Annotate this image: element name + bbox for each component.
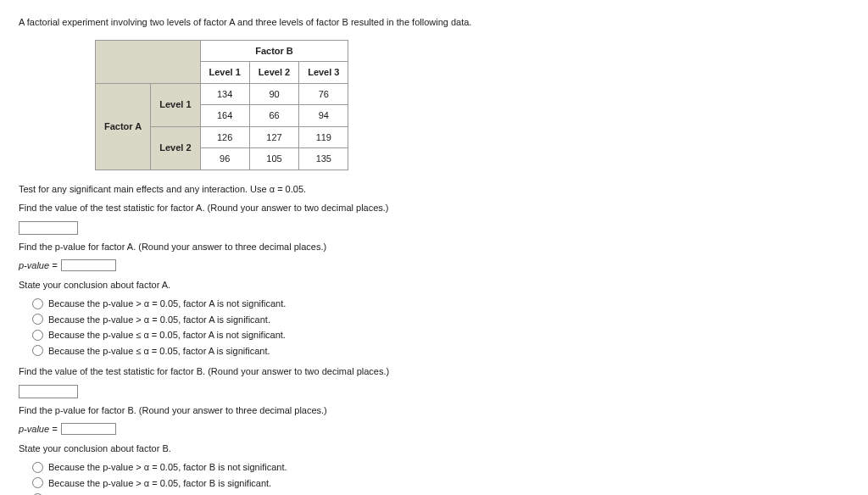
conc-a-radio-3[interactable] [32,330,43,341]
factor-a-header: Factor A [96,83,151,170]
conclusion-a-title: State your conclusion about factor A. [19,278,849,292]
conc-b-opt-3: Because the p-value ≤ α = 0.05, factor B… [48,492,287,495]
cell: 119 [299,126,348,148]
pvalue-b-label: p-value = [19,422,58,437]
cell: 76 [299,83,348,105]
cell: 135 [299,148,348,170]
row-head-1: Level 1 [151,83,200,126]
cell: 90 [249,83,298,105]
col-head-3: Level 3 [299,62,348,84]
conc-b-opt-1: Because the p-value > α = 0.05, factor B… [48,460,287,475]
cell: 164 [200,105,249,127]
intro-text: A factorial experiment involving two lev… [19,15,849,30]
cell: 96 [200,148,249,170]
conc-a-opt-3: Because the p-value ≤ α = 0.05, factor A… [48,328,286,342]
question-teststat-a: Find the value of the test statistic for… [19,201,849,215]
cell: 94 [299,105,348,127]
conc-a-radio-4[interactable] [32,345,43,356]
row-head-2: Level 2 [151,126,200,170]
conclusion-b-options: Because the p-value > α = 0.05, factor B… [32,460,849,495]
pvalue-a-input[interactable] [61,259,116,271]
teststat-b-input[interactable] [19,385,78,398]
conclusion-b-title: State your conclusion about factor B. [19,442,849,456]
cell: 126 [200,126,249,148]
pvalue-b-input[interactable] [61,423,116,435]
pvalue-a-label: p-value = [19,259,58,273]
cell: 134 [200,83,249,105]
question-pvalue-a: Find the p-value for factor A. (Round yo… [19,240,849,254]
conc-b-opt-2: Because the p-value > α = 0.05, factor B… [48,476,271,491]
conclusion-a-options: Because the p-value > α = 0.05, factor A… [32,297,849,358]
conc-a-radio-2[interactable] [32,314,43,325]
conc-a-radio-1[interactable] [32,298,43,309]
conc-a-opt-1: Because the p-value > α = 0.05, factor A… [48,297,286,311]
factor-b-header: Factor B [200,40,348,62]
conc-a-opt-4: Because the p-value ≤ α = 0.05, factor A… [48,344,270,359]
question-teststat-b: Find the value of the test statistic for… [19,364,849,379]
col-head-2: Level 2 [249,62,298,84]
conc-a-opt-2: Because the p-value > α = 0.05, factor A… [48,313,270,327]
question-pvalue-b: Find the p-value for factor B. (Round yo… [19,403,849,418]
instruction-test: Test for any significant main effects an… [19,182,849,197]
cell: 105 [249,148,298,170]
conc-b-radio-2[interactable] [32,477,43,488]
cell: 66 [249,105,298,127]
col-head-1: Level 1 [200,62,249,84]
teststat-a-input[interactable] [19,221,78,235]
cell: 127 [249,126,298,148]
data-table: Factor B Level 1 Level 2 Level 3 Factor … [95,40,348,170]
conc-b-radio-1[interactable] [32,462,43,473]
